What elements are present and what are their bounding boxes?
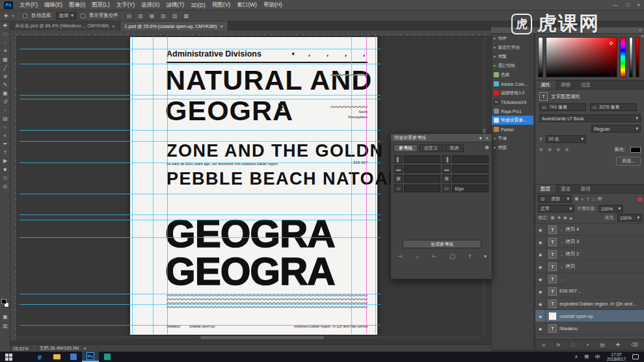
new-layer-icon[interactable]: ✚ bbox=[616, 342, 620, 348]
dock-item-quick-guides[interactable]: 快速设置参... bbox=[492, 116, 533, 125]
foreground-color-swatch[interactable] bbox=[1, 299, 7, 304]
history-brush-tool[interactable]: ↺ bbox=[0, 97, 10, 106]
menu-help[interactable]: 帮助(H) bbox=[263, 1, 282, 9]
lock-pixels-icon[interactable]: ◉ bbox=[563, 215, 567, 220]
tab-layers[interactable]: 图层 bbox=[535, 185, 556, 193]
cols-field[interactable] bbox=[452, 155, 489, 163]
height-field[interactable]: H:3276 像素 bbox=[590, 103, 637, 111]
layer-row[interactable]: ◉T， 拷贝 2 bbox=[535, 248, 644, 261]
eye-icon[interactable]: ◉ bbox=[535, 261, 546, 273]
tab-guides[interactable]: 参考线 bbox=[394, 144, 418, 152]
menu-type[interactable]: 文字(Y) bbox=[116, 1, 135, 9]
tray-expand-icon[interactable]: ∧ bbox=[574, 354, 578, 359]
target-select[interactable]: 图层 ▾ bbox=[56, 12, 77, 19]
file-explorer-icon[interactable] bbox=[48, 352, 65, 362]
eye-icon[interactable]: ◉ bbox=[535, 248, 546, 261]
width-field[interactable]: W:741 像素 bbox=[539, 103, 586, 111]
filter-shape-icon[interactable]: □ bbox=[592, 197, 595, 201]
tab-custom[interactable]: 自定义 bbox=[419, 144, 443, 152]
eye-icon[interactable]: ◉ bbox=[535, 298, 546, 310]
menu-layer[interactable]: 图层(L) bbox=[92, 1, 109, 9]
brightness-strip[interactable] bbox=[538, 37, 543, 77]
font-size-select[interactable]: 10 点▾ bbox=[546, 135, 586, 143]
layer-mask-icon[interactable]: □ bbox=[572, 342, 575, 348]
maximize-icon[interactable]: □ bbox=[626, 2, 629, 8]
lock-transparent-icon[interactable]: ▦ bbox=[550, 215, 554, 220]
clone-stamp-tool[interactable]: ▣ bbox=[0, 89, 10, 97]
eye-icon[interactable]: ◉ bbox=[535, 224, 546, 236]
shape-tool[interactable]: ■ bbox=[0, 165, 10, 174]
gutter-h-field[interactable] bbox=[404, 165, 440, 173]
justify-icon[interactable]: ≡ bbox=[565, 146, 569, 153]
ruler-horizontal[interactable] bbox=[10, 31, 491, 36]
tab-preset[interactable]: 预调 bbox=[444, 144, 464, 152]
eyedropper-tool[interactable]: ╱ bbox=[0, 64, 10, 72]
layer-row[interactable]: ◉TNiwakou bbox=[535, 322, 644, 335]
eye-icon[interactable]: ◉ bbox=[535, 273, 546, 285]
photoshop-taskbar-icon[interactable]: Ps bbox=[82, 352, 99, 362]
font-style-select[interactable]: Regular▾ bbox=[591, 125, 641, 133]
dodge-tool[interactable]: ◐ bbox=[0, 131, 10, 140]
close-icon[interactable]: × bbox=[112, 23, 114, 29]
lock-all-icon[interactable]: ■ bbox=[570, 216, 572, 220]
anchor-stretch-icon[interactable]: ↔ bbox=[414, 253, 420, 259]
screen-mode-button[interactable]: ▥ bbox=[0, 322, 10, 330]
baseline-field[interactable] bbox=[404, 185, 440, 192]
menu-file[interactable]: 文件(F) bbox=[20, 1, 38, 9]
align-left-icon[interactable]: ≡ bbox=[539, 146, 543, 153]
layer-row[interactable]: ◉T618-907， bbox=[535, 285, 644, 298]
gutter-v-field[interactable] bbox=[452, 165, 489, 173]
tab-properties[interactable]: 属性 bbox=[535, 81, 556, 89]
layer-filter-select[interactable]: ◎类型▾ bbox=[538, 195, 572, 203]
layer-row[interactable]: ◉T， 拷贝 bbox=[535, 261, 644, 273]
color-field[interactable] bbox=[546, 37, 617, 77]
filter-toggle[interactable] bbox=[637, 197, 642, 201]
filter-smart-icon[interactable]: ▤ bbox=[597, 196, 602, 201]
eye-icon[interactable]: ◉ bbox=[535, 236, 546, 248]
font-family-select[interactable]: AvantGarde LT Book▾ bbox=[539, 114, 641, 122]
app-icon-teal[interactable] bbox=[99, 352, 116, 362]
center-icon[interactable]: ◯ bbox=[449, 253, 455, 259]
start-button[interactable] bbox=[0, 352, 17, 362]
chevron-down-icon[interactable]: ▾ bbox=[484, 253, 487, 259]
eye-icon[interactable]: ◉ bbox=[485, 144, 489, 152]
tool-preset-caret-icon[interactable]: ▾ bbox=[12, 13, 14, 19]
menu-window[interactable]: 窗口(W) bbox=[237, 1, 257, 9]
menu-select[interactable]: 选择(S) bbox=[141, 1, 159, 9]
ruler-vertical[interactable] bbox=[10, 36, 17, 341]
distribute-bottom-icon[interactable]: ▩ bbox=[183, 13, 191, 19]
panel-menu-icon[interactable]: ≡ bbox=[641, 34, 643, 38]
healing-brush-tool[interactable]: ⊕ bbox=[0, 72, 10, 81]
show-transform-checkbox[interactable] bbox=[81, 14, 85, 18]
eraser-tool[interactable]: ▫ bbox=[0, 106, 10, 114]
generate-guides-button[interactable]: 生成参考线 bbox=[403, 240, 481, 248]
align-right-icon[interactable]: ≡ bbox=[557, 146, 560, 153]
align-right-icon[interactable]: ▦ bbox=[150, 13, 157, 19]
dock-item-jianfan[interactable]: ▸簡繁 bbox=[492, 52, 533, 61]
blur-tool[interactable]: ○ bbox=[0, 123, 10, 131]
dock-item-subscribe[interactable]: ▸退訂領取 bbox=[492, 61, 533, 70]
zoom-level[interactable]: 25.61% bbox=[13, 346, 29, 351]
menu-view[interactable]: 视图(V) bbox=[212, 1, 230, 9]
close-icon[interactable]: × bbox=[220, 23, 222, 29]
size-field[interactable]: 60px bbox=[452, 185, 489, 192]
quick-select-tool[interactable]: ✦ bbox=[0, 47, 10, 55]
horizontal-scrollbar[interactable] bbox=[12, 336, 480, 339]
filter-type-icon[interactable]: T bbox=[587, 197, 589, 201]
menu-3d[interactable]: 3D(D) bbox=[191, 2, 206, 8]
tab-channels[interactable]: 通道 bbox=[556, 185, 576, 193]
anchor-right-icon[interactable]: ⊢ bbox=[433, 253, 437, 259]
pen-tool[interactable]: ✒ bbox=[0, 140, 10, 148]
document-tab-1[interactable]: 未命名.psd @ 89.4% (Nikeakou..., CMYK/8#) × bbox=[10, 21, 120, 31]
menu-image[interactable]: 图像(I) bbox=[69, 1, 85, 9]
tray-network-icon[interactable]: ▤ bbox=[584, 354, 589, 359]
notification-center-icon[interactable] bbox=[632, 354, 639, 359]
dock-item-tkactions[interactable]: TKTKActionsV4 bbox=[492, 97, 533, 107]
layer-row-selected[interactable]: ◉coastal open-up bbox=[535, 310, 644, 322]
quick-mask-button[interactable]: ▣ bbox=[0, 313, 10, 321]
blend-mode-select[interactable]: 正常▾ bbox=[538, 205, 574, 213]
layer-row[interactable]: ◉T， bbox=[535, 273, 644, 285]
distribute-middle-icon[interactable]: ▨ bbox=[172, 13, 180, 19]
hand-tool[interactable]: ◇ bbox=[0, 174, 10, 182]
tab-adjustments[interactable]: 调整 bbox=[556, 81, 576, 89]
